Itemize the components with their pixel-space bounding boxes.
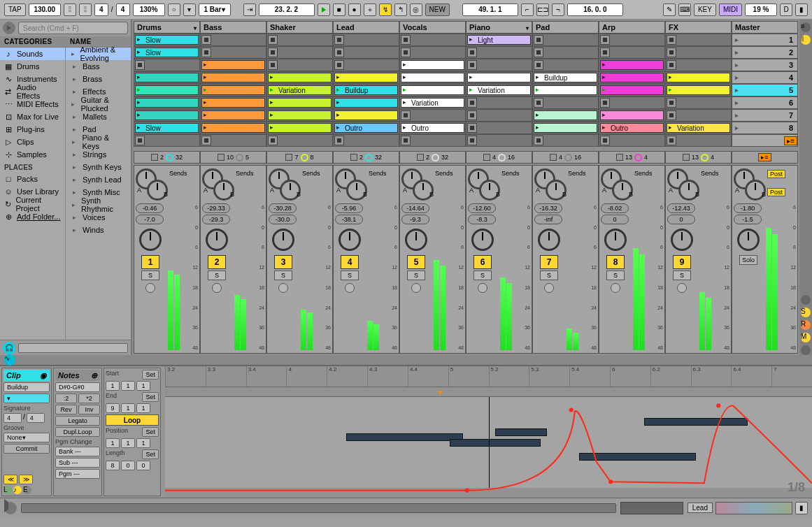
solo-button[interactable]: S — [606, 270, 625, 280]
browser-item[interactable]: Winds — [66, 224, 131, 236]
clip[interactable] — [534, 110, 597, 120]
pan-knob[interactable] — [737, 229, 760, 251]
clip-slot-empty[interactable] — [466, 46, 532, 59]
groove-select[interactable]: None▾ — [3, 433, 50, 442]
solo-button[interactable]: S — [208, 270, 226, 280]
length-field[interactable]: 0 — [136, 461, 150, 470]
loop-start-marker-icon[interactable]: ▼ — [437, 389, 444, 396]
clip[interactable] — [600, 60, 664, 70]
clip[interactable] — [667, 73, 730, 82]
solo-button[interactable]: S — [473, 270, 492, 280]
start-field[interactable]: 1 — [106, 381, 120, 391]
clip-stop-button[interactable] — [667, 98, 676, 108]
overview-minimap[interactable] — [620, 502, 683, 514]
capture-button[interactable]: ◎ — [410, 3, 422, 16]
track-stop-button[interactable] — [266, 134, 333, 147]
search-input[interactable] — [18, 22, 128, 34]
pan-knob[interactable] — [206, 229, 228, 251]
clip-stop-button[interactable] — [600, 98, 610, 108]
launch-box-icon[interactable]: L — [3, 486, 12, 494]
track-status-cell[interactable]: 232 — [134, 151, 200, 164]
clip[interactable]: Buildup — [334, 85, 398, 95]
track-header-piano[interactable]: Piano — [466, 21, 532, 34]
loop-button[interactable]: ⊏⊐ — [536, 3, 549, 16]
clip-slot-empty[interactable] — [599, 46, 665, 59]
scene-launch-button[interactable]: 2 — [732, 46, 798, 59]
clip-slot[interactable] — [134, 84, 200, 96]
note-range-field[interactable]: D#0-G#0 — [55, 382, 100, 392]
category-item-samples[interactable]: ⊹Samples — [0, 148, 65, 161]
arm-button[interactable] — [411, 283, 421, 293]
pan-value[interactable]: -38.1 — [335, 215, 363, 224]
clip[interactable] — [268, 110, 332, 120]
metronome-dropdown[interactable]: ▾ — [183, 3, 196, 16]
io-section-toggle[interactable] — [801, 295, 811, 305]
clip-slot[interactable] — [532, 84, 599, 96]
arrangement-position[interactable]: 23. 2. 2 — [259, 3, 315, 16]
pan-knob[interactable] — [139, 229, 162, 251]
volume-value[interactable]: -16.32 — [534, 203, 562, 213]
scene-launch-button[interactable]: 6 — [732, 96, 798, 109]
clip-slot[interactable] — [532, 109, 599, 122]
clip-slot[interactable] — [266, 109, 333, 122]
post-button[interactable]: Post — [767, 170, 785, 178]
track-stop-button[interactable] — [599, 134, 665, 147]
clip[interactable]: Buildup — [534, 73, 597, 82]
clip[interactable] — [268, 73, 332, 82]
clip-stop-button[interactable] — [268, 48, 278, 57]
pan-knob[interactable] — [339, 229, 361, 251]
track-activator-button[interactable]: 4 — [341, 255, 359, 269]
clip-stop-button[interactable] — [667, 60, 676, 70]
pan-knob[interactable] — [538, 229, 560, 251]
tempo-field[interactable]: 130.00 — [29, 3, 61, 16]
midi-note-editor[interactable]: 3.23.33.444.24.34.455.25.35.466.26.36.47… — [165, 366, 812, 498]
clip-slot[interactable] — [665, 71, 732, 84]
browser-item[interactable]: Synth Rhythmic — [66, 198, 131, 211]
pan-knob[interactable] — [272, 229, 294, 251]
track-status-cell[interactable]: 134 — [599, 151, 665, 164]
clip[interactable]: Outro — [401, 123, 464, 133]
clip-slot[interactable] — [599, 59, 665, 71]
clip[interactable] — [201, 85, 265, 95]
clip-stop-button[interactable] — [201, 35, 211, 45]
track-header-fx[interactable]: FX — [665, 21, 732, 34]
clip-slot[interactable] — [532, 122, 599, 134]
clip-slot[interactable] — [599, 84, 665, 96]
clip-stop-button[interactable] — [401, 110, 411, 120]
pan-value[interactable]: -8.3 — [468, 215, 496, 224]
clip[interactable] — [534, 123, 597, 133]
timesig-den-field[interactable]: 4 — [116, 3, 130, 16]
clip-slot[interactable] — [665, 84, 732, 96]
clip[interactable] — [534, 85, 597, 95]
quantize-field[interactable]: 1 Bar ▾ — [199, 3, 231, 16]
device-view-toggle[interactable]: ▮ — [795, 502, 808, 514]
clip-slot-empty[interactable] — [665, 34, 732, 46]
clip-sig-den[interactable]: 4 — [27, 413, 45, 423]
clip-slot-empty[interactable] — [399, 109, 466, 122]
track-header-bass[interactable]: Bass — [200, 21, 266, 34]
pan-value[interactable]: -7.0 — [136, 215, 164, 224]
clip[interactable] — [334, 98, 398, 108]
duplicate-loop-button[interactable]: Dupl.Loop — [55, 427, 100, 437]
clip[interactable] — [201, 98, 265, 108]
clip-stop-button[interactable] — [268, 35, 278, 45]
sends-section-toggle[interactable]: S — [801, 308, 811, 317]
invert-button[interactable]: Inv — [78, 405, 100, 414]
category-item-sounds[interactable]: ♪Sounds — [0, 48, 65, 60]
key-map-button[interactable]: KEY — [694, 3, 716, 16]
start-field[interactable]: 1 — [121, 381, 135, 391]
arm-button[interactable] — [212, 283, 222, 293]
double-tempo-button[interactable]: *2 — [78, 394, 100, 403]
clip-slot[interactable]: Outro — [399, 122, 466, 134]
clip-slot[interactable] — [466, 71, 532, 84]
solo-button[interactable]: S — [141, 270, 159, 280]
master-status-cell[interactable]: ▸≡ — [732, 151, 798, 164]
volume-value[interactable]: -14.64 — [401, 203, 429, 213]
loop-length-field[interactable]: 16. 0. 0 — [567, 3, 623, 16]
clip[interactable] — [401, 85, 464, 95]
arm-button[interactable] — [544, 283, 554, 293]
scene-launch-button[interactable]: 7 — [732, 109, 798, 122]
clip[interactable] — [268, 123, 332, 133]
track-activator-button[interactable]: 7 — [540, 255, 558, 269]
master-track-header[interactable]: Master — [732, 21, 798, 34]
